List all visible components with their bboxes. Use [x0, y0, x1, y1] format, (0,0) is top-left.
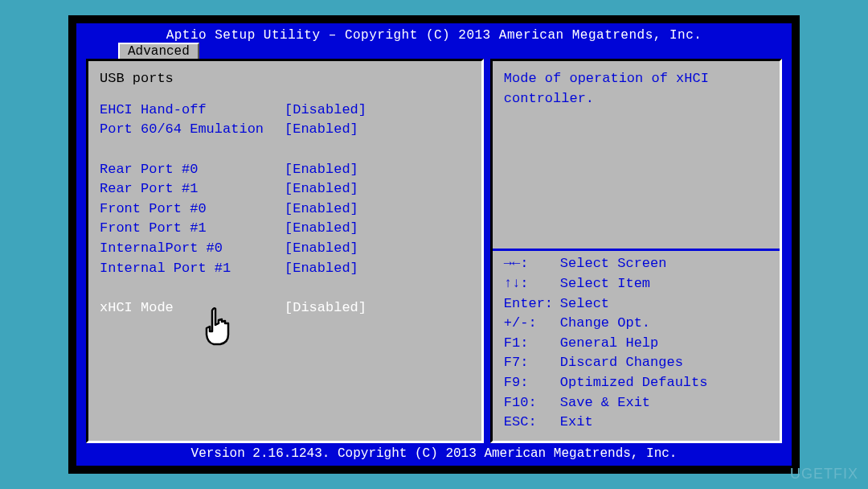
- key-desc: General Help: [560, 334, 658, 354]
- key-row: ↑↓:Select Item: [504, 274, 768, 294]
- option-row[interactable]: EHCI Hand-off[Disabled]: [100, 101, 470, 121]
- key-row: F9:Optimized Defaults: [504, 373, 768, 393]
- key-row: F7:Discard Changes: [504, 353, 768, 373]
- option-row[interactable]: Rear Port #0[Enabled]: [100, 160, 470, 180]
- bios-header: Aptio Setup Utility – Copyright (C) 2013…: [76, 23, 792, 43]
- tab-advanced[interactable]: Advanced: [118, 43, 199, 59]
- option-row[interactable]: InternalPort #0[Enabled]: [100, 239, 470, 259]
- key-symbol: F7:: [504, 353, 560, 373]
- panel-divider: [493, 249, 780, 251]
- key-row: F10:Save & Exit: [504, 393, 768, 413]
- help-text: Mode of operation of xHCI controller.: [504, 69, 768, 245]
- option-value: [Enabled]: [285, 259, 470, 279]
- option-value: [Enabled]: [285, 160, 470, 180]
- option-row[interactable]: Internal Port #1[Enabled]: [100, 259, 470, 279]
- option-label: Front Port #1: [100, 219, 285, 239]
- options-panel: USB ports EHCI Hand-off[Disabled]Port 60…: [86, 59, 484, 443]
- key-desc: Change Opt.: [560, 314, 650, 334]
- option-value: [Enabled]: [285, 219, 470, 239]
- key-desc: Save & Exit: [560, 393, 650, 413]
- option-row[interactable]: Front Port #1[Enabled]: [100, 219, 470, 239]
- section-title: USB ports: [100, 69, 470, 89]
- key-row: F1:General Help: [504, 334, 768, 354]
- option-value: [Enabled]: [285, 199, 470, 220]
- key-row: +/-:Change Opt.: [504, 314, 768, 334]
- tab-bar: Advanced: [76, 43, 792, 59]
- bios-footer: Version 2.16.1243. Copyright (C) 2013 Am…: [76, 443, 792, 466]
- blank-row: [100, 278, 470, 298]
- option-value: [Enabled]: [285, 239, 470, 259]
- key-desc: Select: [560, 294, 609, 314]
- option-row[interactable]: xHCI Mode[Disabled]: [100, 298, 470, 318]
- bios-screen: Aptio Setup Utility – Copyright (C) 2013…: [76, 23, 792, 466]
- key-legend: →←:Select Screen↑↓:Select ItemEnter:Sele…: [504, 254, 768, 433]
- key-row: →←:Select Screen: [504, 254, 768, 274]
- option-value: [Enabled]: [285, 120, 470, 140]
- option-value: [Enabled]: [285, 179, 470, 199]
- key-symbol: F1:: [504, 334, 560, 354]
- screenshot-frame: Aptio Setup Utility – Copyright (C) 2013…: [68, 15, 800, 474]
- key-row: ESC:Exit: [504, 413, 768, 433]
- key-symbol: ↑↓:: [504, 274, 560, 294]
- option-row[interactable]: Front Port #0[Enabled]: [100, 199, 470, 220]
- key-row: Enter:Select: [504, 294, 768, 314]
- option-label: Front Port #0: [100, 199, 285, 220]
- key-symbol: Enter:: [504, 294, 560, 314]
- option-row[interactable]: Port 60/64 Emulation[Enabled]: [100, 120, 470, 140]
- option-label: InternalPort #0: [100, 239, 285, 259]
- option-value: [Disabled]: [285, 101, 470, 121]
- key-desc: Optimized Defaults: [560, 373, 708, 393]
- main-area: USB ports EHCI Hand-off[Disabled]Port 60…: [86, 59, 782, 443]
- key-desc: Select Item: [560, 274, 650, 294]
- option-label: Port 60/64 Emulation: [100, 120, 285, 140]
- key-desc: Select Screen: [560, 254, 667, 274]
- blank-row: [100, 140, 470, 160]
- option-label: EHCI Hand-off: [100, 101, 285, 121]
- option-value: [Disabled]: [285, 298, 470, 318]
- key-symbol: F10:: [504, 393, 560, 413]
- key-symbol: ESC:: [504, 413, 560, 433]
- watermark: UGETFIX: [790, 466, 858, 483]
- option-label: Rear Port #1: [100, 179, 285, 199]
- option-row[interactable]: Rear Port #1[Enabled]: [100, 179, 470, 199]
- option-label: Rear Port #0: [100, 160, 285, 180]
- help-panel: Mode of operation of xHCI controller. →←…: [490, 59, 782, 443]
- options-list: EHCI Hand-off[Disabled]Port 60/64 Emulat…: [100, 101, 470, 318]
- key-symbol: F9:: [504, 373, 560, 393]
- key-symbol: →←:: [504, 254, 560, 274]
- option-label: Internal Port #1: [100, 259, 285, 279]
- option-label: xHCI Mode: [100, 298, 285, 318]
- key-desc: Discard Changes: [560, 353, 683, 373]
- key-symbol: +/-:: [504, 314, 560, 334]
- key-desc: Exit: [560, 413, 593, 433]
